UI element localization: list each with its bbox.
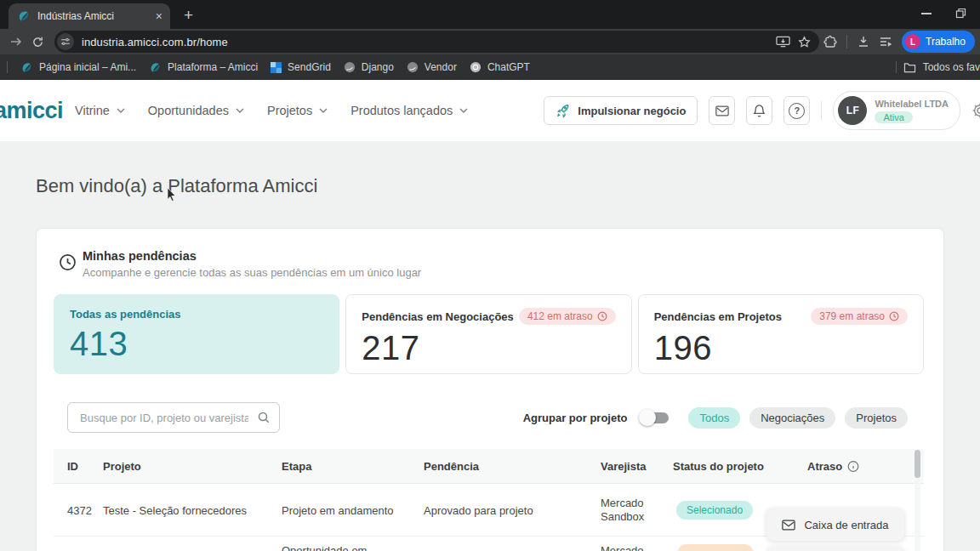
amicci-logo[interactable]: amicci	[0, 98, 63, 124]
group-by-label: Agrupar por projeto	[523, 412, 628, 424]
bookmark-django[interactable]: Django	[344, 61, 394, 73]
settings-gear-icon[interactable]	[971, 102, 980, 119]
tab-close-icon[interactable]: ×	[153, 10, 165, 22]
stat-card-todas[interactable]: Todas as pendências 413	[54, 294, 339, 374]
site-info-icon[interactable]	[57, 33, 74, 50]
table-scrollbar[interactable]	[914, 450, 920, 551]
stat-card-projetos[interactable]: Pendências em Projetos 379 em atraso 196	[638, 294, 924, 374]
search-input[interactable]	[78, 411, 250, 425]
bell-icon	[753, 104, 766, 118]
rocket-icon	[556, 103, 571, 118]
bookmark-pagina-inicial[interactable]: Página inicial – Ami...	[20, 61, 136, 74]
globe-icon	[344, 61, 356, 73]
chevron-down-icon	[459, 108, 468, 113]
col-atraso: Atraso	[807, 460, 859, 473]
globe-icon	[407, 61, 419, 73]
stat-card-negociacoes[interactable]: Pendências em Negociações 412 em atraso …	[345, 294, 631, 374]
nav-produtos-lancados[interactable]: Produtos lançados	[350, 104, 468, 117]
cell-id: 4372	[67, 503, 92, 516]
stat-value: 196	[654, 331, 908, 365]
sendgrid-icon	[271, 62, 282, 73]
bookmark-sendgrid[interactable]: SendGrid	[271, 61, 331, 73]
new-tab-button[interactable]: +	[184, 7, 193, 23]
tab-strip: Indústrias Amicci × +	[0, 0, 980, 29]
group-by-toggle[interactable]	[643, 412, 669, 423]
project-status-badge: Selecionado	[676, 501, 753, 520]
pendencias-table: ID Projeto Etapa Pendência Varejista Sta…	[54, 449, 924, 551]
help-icon: ?	[789, 103, 805, 119]
amicci-favicon-icon	[17, 9, 31, 23]
search-box	[67, 402, 280, 433]
browser-tab[interactable]: Indústrias Amicci ×	[9, 3, 170, 29]
amicci-icon	[149, 61, 162, 74]
url-text[interactable]: industria.amicci.com.br/home	[82, 36, 768, 48]
reload-icon[interactable]	[27, 31, 49, 53]
panel-title: Minhas pendências	[83, 249, 197, 263]
notifications-button[interactable]	[746, 96, 772, 125]
account-chip[interactable]: LF Whitelabel LTDA Ativa	[833, 91, 960, 130]
send-to-device-icon[interactable]	[776, 36, 790, 48]
page-content: Bem vindo(a) a Plataforma Amicci Minhas …	[0, 141, 980, 551]
minimize-icon[interactable]	[921, 13, 932, 14]
overdue-badge: 379 em atraso	[811, 308, 908, 325]
amicci-icon	[20, 61, 33, 74]
browser-toolbar: industria.amicci.com.br/home L Trabalho	[0, 29, 980, 54]
filter-projetos[interactable]: Projetos	[845, 407, 908, 429]
address-bar[interactable]: industria.amicci.com.br/home	[54, 31, 819, 53]
bookmark-plataforma[interactable]: Plataforma – Amicci	[149, 61, 258, 74]
bookmarks-bar: Página inicial – Ami... Plataforma – Ami…	[0, 54, 980, 80]
chevron-down-icon	[117, 108, 125, 113]
table-row[interactable]: 4372 Teste - Seleção fornecedores Projet…	[54, 484, 924, 537]
avatar: LF	[838, 96, 867, 125]
stat-label: Pendências em Projetos	[654, 310, 782, 323]
app-header: amicci Vitrine Oportunidades Projetos Pr…	[0, 80, 980, 142]
downloads-icon[interactable]	[852, 31, 875, 53]
nav-projetos[interactable]: Projetos	[267, 104, 328, 117]
help-button[interactable]: ?	[783, 96, 810, 125]
status-badge: Ativa	[875, 111, 912, 123]
bookmark-chatgpt[interactable]: ChatGPT	[470, 61, 530, 73]
mail-icon	[715, 105, 729, 116]
forward-icon[interactable]	[5, 31, 27, 53]
col-varejista: Varejista	[601, 460, 647, 473]
bookmark-vendor[interactable]: Vendor	[407, 61, 457, 73]
mail-button[interactable]	[709, 96, 735, 125]
filter-todos[interactable]: Todos	[688, 407, 740, 429]
cell-varejista: Mercado	[601, 544, 644, 551]
filter-controls: Agrupar por projeto Todos Negociações Pr…	[523, 402, 908, 433]
boost-business-button[interactable]: Impulsionar negócio	[544, 96, 698, 125]
browser-profile-chip[interactable]: L Trabalho	[902, 31, 975, 53]
profile-name: Trabalho	[926, 36, 966, 48]
panel-subtitle: Acompanhe e gerencie todas as suas pendê…	[83, 266, 421, 279]
toggle-knob[interactable]	[639, 409, 656, 426]
info-icon[interactable]	[847, 460, 859, 472]
chevron-down-icon	[236, 108, 244, 113]
scrollbar-thumb[interactable]	[914, 450, 920, 478]
all-bookmarks[interactable]: Todos os fav	[896, 61, 980, 73]
bookmarks-separator	[7, 61, 8, 73]
filter-negociacoes[interactable]: Negociações	[749, 407, 835, 429]
mail-icon	[782, 520, 795, 531]
profile-avatar: L	[905, 34, 920, 49]
col-id: ID	[67, 460, 78, 473]
col-projeto: Projeto	[103, 460, 141, 473]
col-status: Status do projeto	[673, 460, 764, 473]
clock-icon	[597, 311, 607, 321]
project-status-badge	[677, 544, 754, 551]
restore-icon[interactable]	[955, 8, 966, 19]
bookmark-star-icon[interactable]	[798, 36, 811, 48]
inbox-button[interactable]: Caixa de entrada	[766, 508, 904, 541]
tab-title: Indústrias Amicci	[37, 10, 146, 22]
stat-value: 217	[362, 331, 615, 365]
inbox-button[interactable]	[766, 547, 904, 551]
search-icon[interactable]	[257, 411, 271, 424]
nav-vitrine[interactable]: Vitrine	[75, 104, 125, 117]
nav-oportunidades[interactable]: Oportunidades	[148, 104, 244, 117]
company-name: Whitelabel LTDA	[875, 99, 949, 109]
clock-icon	[889, 311, 899, 321]
stat-value: 413	[70, 327, 323, 361]
cell-projeto: Teste - Seleção fornecedores	[103, 503, 247, 516]
extensions-icon[interactable]	[819, 31, 841, 53]
reading-list-icon[interactable]	[875, 31, 897, 53]
main-nav: Vitrine Oportunidades Projetos Produtos …	[75, 80, 468, 141]
